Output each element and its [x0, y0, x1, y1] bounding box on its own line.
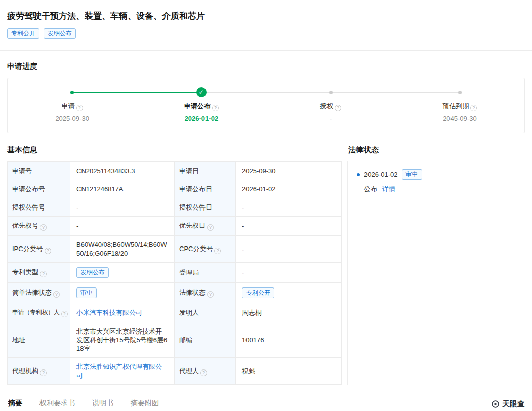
- field-label: 授权公告日: [179, 203, 212, 211]
- field-label-cell: 授权公告日: [175, 198, 236, 217]
- field-value-cell: CN121246817A: [70, 180, 175, 198]
- step-dot-pending-icon: [458, 91, 462, 94]
- tab-description[interactable]: 说明书: [91, 397, 114, 411]
- page-title: 疲劳驾驶干预方法、装置、车辆、设备、介质和芯片: [7, 10, 525, 22]
- table-row: 专利类型发明公布受理局-: [8, 263, 342, 283]
- progress-step-application: 申请 2025-09-30: [8, 87, 137, 122]
- tag-patent-public: 专利公开: [7, 28, 39, 39]
- step-date: 2045-09-30: [395, 115, 524, 122]
- field-label: 地址: [12, 336, 25, 344]
- tab-label: 摘要: [8, 399, 22, 407]
- help-icon[interactable]: [214, 248, 221, 254]
- field-label: 简单法律状态: [12, 289, 52, 296]
- tab-claims[interactable]: 权利要求书: [38, 397, 76, 411]
- step-label: 授权: [320, 102, 333, 110]
- entity-link[interactable]: 小米汽车科技有限公司: [76, 309, 142, 316]
- entity-link[interactable]: 北京法胜知识产权代理有限公司: [76, 363, 162, 379]
- field-label-cell: 申请公布号: [8, 180, 70, 198]
- field-value-cell: 100176: [236, 322, 342, 358]
- field-label-cell: 简单法律状态: [8, 283, 70, 303]
- field-label: 申请日: [179, 167, 199, 175]
- check-circle-icon: ✓: [196, 87, 207, 97]
- help-icon[interactable]: [76, 105, 83, 111]
- brand-name: 天眼查: [502, 399, 525, 409]
- tab-abstract-figure[interactable]: 摘要附图: [130, 397, 160, 411]
- step-label: 预估到期: [442, 102, 469, 110]
- field-value-cell: -: [70, 217, 175, 236]
- help-icon[interactable]: [45, 248, 51, 254]
- field-value-cell: 2026-01-02: [236, 180, 342, 198]
- step-date: 2026-01-02: [137, 115, 266, 122]
- legal-status-body: 2026-01-02 审中 公布 详情: [347, 161, 525, 385]
- bullet-icon: [357, 173, 360, 176]
- help-icon[interactable]: [470, 105, 477, 111]
- help-icon[interactable]: [61, 311, 68, 317]
- legal-status-date: 2026-01-02: [364, 171, 398, 178]
- help-icon[interactable]: [40, 369, 47, 376]
- step-label: 申请: [62, 102, 75, 110]
- help-icon[interactable]: [335, 105, 341, 111]
- table-row: 优先权号-优先权日-: [8, 217, 342, 236]
- tab-label: 权利要求书: [39, 399, 75, 407]
- field-value-cell: -: [236, 217, 342, 236]
- legal-status-item: 2026-01-02 审中 公布 详情: [357, 169, 525, 194]
- field-label: 代理机构: [12, 367, 38, 375]
- field-value-cell: -: [236, 198, 342, 217]
- field-label-cell: 受理局: [175, 263, 236, 283]
- main-content: 申请进度 申请 2025-09-30 ✓ 申请公布 2026-01-02: [0, 62, 532, 411]
- field-value-cell: 小米汽车科技有限公司: [70, 303, 175, 322]
- header-tags: 专利公开 发明公布: [7, 28, 525, 39]
- help-icon[interactable]: [207, 291, 214, 298]
- status-badge: 审中: [402, 169, 422, 180]
- step-dot-pending-icon: [329, 91, 333, 94]
- progress-step-grant: 授权 -: [266, 87, 395, 122]
- table-row: 代理机构北京法胜知识产权代理有限公司代理人祝魁: [8, 358, 342, 385]
- help-icon[interactable]: [200, 369, 207, 376]
- field-label: 优先权日: [179, 222, 206, 229]
- field-label: 专利类型: [12, 268, 38, 276]
- legal-detail-link[interactable]: 详情: [382, 185, 395, 194]
- info-columns: 基本信息 申请号CN202511434833.3申请日2025-09-30申请公…: [7, 145, 525, 385]
- field-value-cell: -: [236, 236, 342, 263]
- field-label-cell: 申请号: [8, 162, 70, 180]
- help-icon[interactable]: [212, 105, 219, 111]
- field-value-cell: 祝魁: [236, 358, 342, 385]
- field-value-cell: B60W40/08;B60W50/14;B60W50/16;G06F18/20: [70, 236, 175, 263]
- tianyancha-logo[interactable]: 天眼查: [491, 399, 525, 411]
- help-icon[interactable]: [207, 224, 214, 231]
- table-row: 授权公告号-授权公告日-: [8, 198, 342, 217]
- help-icon[interactable]: [40, 271, 47, 277]
- progress-step-publication: ✓ 申请公布 2026-01-02: [137, 87, 266, 122]
- field-label: 申请号: [12, 167, 32, 175]
- field-label-cell: 申请（专利权）人: [8, 303, 70, 322]
- field-label-cell: 申请日: [175, 162, 236, 180]
- tab-abstract[interactable]: 摘要: [7, 397, 23, 411]
- field-value-cell: 发明公布: [70, 263, 175, 283]
- help-icon[interactable]: [53, 291, 60, 298]
- help-icon[interactable]: [40, 224, 47, 231]
- field-label-cell: 邮编: [175, 322, 236, 358]
- field-value-cell: 北京市大兴区北京经济技术开发区科创十街15号院5号楼6层618室: [70, 322, 175, 358]
- tag-invention-publication: 发明公布: [44, 28, 76, 39]
- table-row: 申请号CN202511434833.3申请日2025-09-30: [8, 162, 342, 180]
- tabs-bar: 摘要 权利要求书 说明书 摘要附图 天眼查: [7, 397, 525, 411]
- tianyancha-logo-icon: [491, 400, 500, 408]
- field-value-cell: 2025-09-30: [236, 162, 342, 180]
- field-label: CPC分类号: [179, 245, 213, 253]
- section-title-progress: 申请进度: [7, 62, 525, 71]
- field-label-cell: 法律状态: [175, 283, 236, 303]
- status-badge: 发明公布: [76, 267, 109, 278]
- field-label: 优先权号: [12, 222, 38, 229]
- field-label-cell: 发明人: [175, 303, 236, 322]
- tab-label: 说明书: [92, 399, 113, 407]
- application-progress-timeline: 申请 2025-09-30 ✓ 申请公布 2026-01-02 授权 -: [7, 78, 525, 133]
- step-date: 2025-09-30: [8, 115, 137, 122]
- field-label-cell: 优先权号: [8, 217, 70, 236]
- field-label: 申请（专利权）人: [12, 309, 60, 316]
- field-label: 代理人: [179, 367, 199, 375]
- field-value-cell: -: [70, 198, 175, 217]
- field-value-cell: CN202511434833.3: [70, 162, 175, 180]
- status-badge: 审中: [76, 287, 97, 298]
- field-label: 申请公布号: [12, 185, 45, 193]
- step-label: 申请公布: [184, 102, 211, 110]
